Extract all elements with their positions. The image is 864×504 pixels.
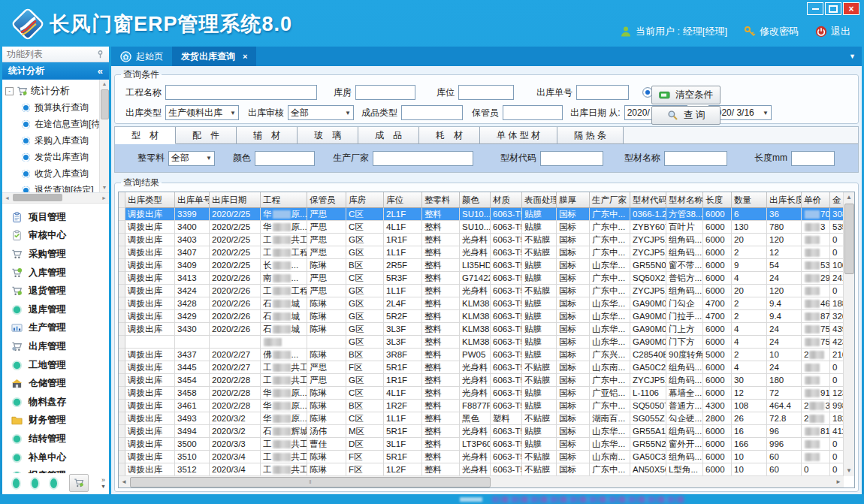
sidebar-module-入库管理[interactable]: 入库管理 [2,264,109,282]
factory-input[interactable] [373,151,473,166]
table-row[interactable]: 调拨出库34282020/2/26石城陈琳G区2L4F整料KLM38176063… [119,297,844,310]
tab-shipment-outbound-query[interactable]: 发货出库查询 × [172,47,256,66]
material-tab-隔热条[interactable]: 隔 热 条 [557,127,624,143]
column-header-数量[interactable]: 数量 [732,192,767,208]
material-tab-型材[interactable]: 型 材 [115,127,176,144]
table-row[interactable]: 调拨出库35122020/3/4工共工程陈琳F区1L2F整料光身料6063-T5… [119,463,844,476]
column-header-整零料[interactable]: 整零料 [422,192,460,208]
table-row[interactable]: 调拨出库33992020/2/25华原...严思C区2L1F整料SU10...6… [119,208,844,221]
column-header-工程[interactable]: 工程 [261,192,307,208]
table-row[interactable]: 调拨出库34242020/2/26工工程严思G区1L1F整料光身料6063-T5… [119,285,844,297]
grid-hscroll-thumb[interactable]: ‖ [130,477,491,487]
tab-list-dropdown-icon[interactable]: ▼ [849,53,856,60]
tree-item-发货出库查询[interactable]: 发货出库查询 [5,149,99,165]
grid-vertical-scrollbar[interactable]: ▲ ▼ [843,192,854,476]
scroll-down-icon[interactable]: ▼ [100,183,109,192]
module-shortcut-dot[interactable] [13,478,20,488]
table-row[interactable]: 调拨出库34292020/2/26石城陈琳G区5R2F整料KLM38176063… [119,310,844,323]
keeper-input[interactable] [503,105,563,120]
tab-close-icon[interactable]: × [243,52,247,61]
column-header-库房[interactable]: 库房 [346,192,384,208]
tree-root-statistics[interactable]: - 统计分析 [5,83,99,99]
material-tab-玻璃[interactable]: 玻 璃 [298,127,358,143]
column-header-材质[interactable]: 材质 [491,192,522,208]
material-tab-耗材[interactable]: 耗 材 [419,127,480,143]
table-row[interactable]: 调拨出库34932020/3/2华原...陈琳C区1L1F整料黑色塑料不贴膜国标… [119,412,844,425]
column-header-库位[interactable]: 库位 [384,192,422,208]
product-type-input[interactable] [401,105,463,120]
tree-item-采购入库查询[interactable]: 采购入库查询 [5,132,99,149]
column-header-生产厂家[interactable]: 生产厂家 [590,192,630,208]
audit-select[interactable]: 全部▼ [288,105,354,120]
whole-part-select[interactable]: 全部▼ [168,151,215,166]
logout-button[interactable]: 退出 [815,25,850,38]
project-name-input[interactable] [165,85,317,100]
sidebar-module-工地管理[interactable]: 工地管理 [2,356,109,375]
column-header-型材代码[interactable]: 型材代码 [630,192,666,208]
scroll-up-icon[interactable]: ▲ [844,192,854,203]
tree-item-预算执行查询[interactable]: 预算执行查询 [5,99,99,116]
tree-item-退货查询[待定][interactable]: 退货查询[待定] [5,182,99,193]
scroll-right-icon[interactable]: ► [833,476,844,487]
column-header-颜色[interactable]: 颜色 [460,192,491,208]
length-input[interactable] [791,151,835,166]
column-header-出库类型[interactable]: 出库类型 [125,192,175,208]
tree-item-在途信息查询[待[interactable]: 在途信息查询[待 [5,116,99,132]
table-row[interactable]: G区3L3F整料KLM38176063-T5贴膜国标山东华...GA90M09.… [119,336,844,349]
sidebar-module-结转管理[interactable]: 结转管理 [2,430,109,448]
column-header-金[interactable]: 金 [830,192,844,208]
tree-scroll-thumb[interactable] [101,89,109,119]
sidebar-module-物料盘存[interactable]: 物料盘存 [2,393,109,412]
maximize-button[interactable] [825,2,841,15]
table-row[interactable]: 调拨出库35002020/3/3工共工程曹佳D区3L1F整料LT3P606063… [119,438,844,451]
profile-code-input[interactable] [540,151,603,166]
column-header-表面处理[interactable]: 表面处理 [522,192,557,208]
tree-item-收货入库查询[interactable]: 收货入库查询 [5,165,99,182]
material-tab-配件[interactable]: 配 件 [176,127,237,143]
tree-vertical-scrollbar[interactable]: ▲ ▼ [99,80,109,192]
table-row[interactable]: 调拨出库34302020/2/26石城陈琳G区3L3F整料KLM38176063… [119,323,844,336]
scroll-left-icon[interactable]: ◄ [2,193,12,203]
table-row[interactable]: 调拨出库34132020/2/26南...严思C区5R3F整料G71422606… [119,272,844,285]
sidebar-module-审核中心[interactable]: 审核中心 [2,227,109,246]
tab-home[interactable]: 起始页 [111,47,172,66]
column-header-保管员[interactable]: 保管员 [307,192,346,208]
module-shortcut-dot[interactable] [50,478,57,488]
table-row[interactable]: 调拨出库34372020/2/27佛...陈琳B区3R8F整料PW056063-… [119,349,844,361]
table-row[interactable]: 调拨出库34582020/2/28华原...陈琳C区4L1F整料光身料6063-… [119,387,844,400]
column-header-膜厚[interactable]: 膜厚 [557,192,590,208]
tree-horizontal-scrollbar[interactable]: ◄ ► [2,193,109,204]
close-button[interactable]: × [843,2,859,15]
column-header-出库日期[interactable]: 出库日期 [210,192,261,208]
color-input[interactable] [255,151,315,166]
material-tab-单体型材[interactable]: 单 体 型 材 [480,127,557,143]
table-row[interactable]: 调拨出库34032020/2/25工共工程严思G区1R1F整料光身料6063-T… [119,234,844,246]
table-row[interactable]: 调拨出库34072020/2/25工工程严思G区1L1F整料光身料6063-T5… [119,246,844,259]
profile-name-input[interactable] [664,151,727,166]
column-header-出库长度[interactable]: 出库长度 [767,192,802,208]
grid-vscroll-thumb[interactable] [844,204,854,274]
material-tab-辅材[interactable]: 辅 材 [237,127,298,143]
change-password-button[interactable]: 修改密码 [744,25,799,38]
location-input[interactable] [458,85,514,100]
column-header-单价[interactable]: 单价 [802,192,830,208]
warehouse-input[interactable] [355,85,415,100]
sidebar-module-财务管理[interactable]: 财务管理 [2,412,109,430]
scroll-left-icon[interactable]: ◄ [119,476,129,487]
table-row[interactable]: 调拨出库35102020/3/4工共工程陈琳F区5R1F整料光身料6063-T5… [119,451,844,463]
material-tab-成品[interactable]: 成 品 [358,127,419,143]
order-no-input[interactable] [576,85,629,100]
scroll-down-icon[interactable]: ▼ [844,466,854,476]
column-header-长度[interactable]: 长度 [703,192,732,208]
table-row[interactable]: 调拨出库34542020/2/28工共工程严思G区1R1F整料光身料6063-T… [119,374,844,387]
column-header-型材名称[interactable]: 型材名称 [666,192,703,208]
pin-icon[interactable] [96,50,104,59]
minimize-button[interactable] [807,2,823,15]
tree-hscroll-thumb[interactable] [13,194,62,201]
table-row[interactable]: 调拨出库34002020/2/25华原...严思C区4L1F整料SU10...6… [119,221,844,234]
sidebar-module-项目管理[interactable]: 项目管理 [2,208,109,227]
sidebar-module-出库管理[interactable]: 出库管理 [2,337,109,356]
sidebar-module-退库管理[interactable]: 退库管理 [2,300,109,319]
module-shortcut-button[interactable] [69,474,89,492]
table-row[interactable]: 调拨出库34942020/3/2石辉城汤伟M区5R1F整料光身料6063-T5贴… [119,425,844,438]
